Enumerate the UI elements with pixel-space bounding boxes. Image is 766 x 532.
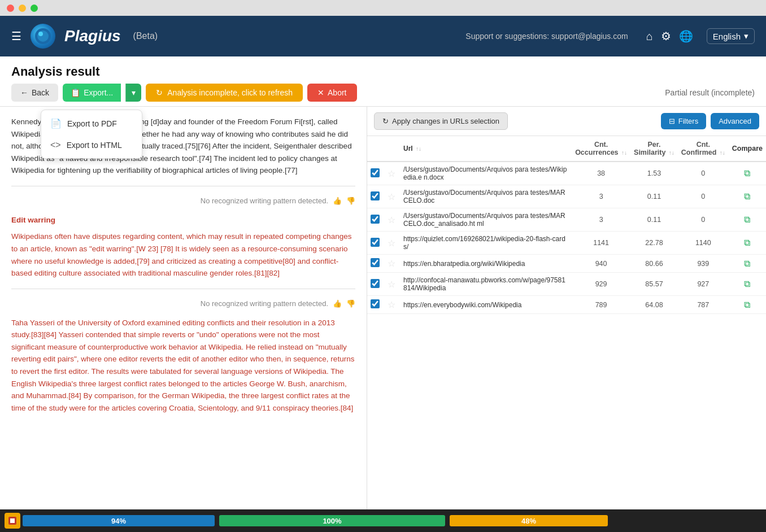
compare-icon[interactable]: ⧉ (744, 259, 750, 268)
row-cnt-occ: 3 (572, 185, 630, 208)
compare-icon[interactable]: ⧉ (744, 300, 750, 309)
row-compare-cell: ⧉ (729, 273, 766, 296)
sort-conf-icon[interactable]: ↑↓ (720, 150, 725, 156)
th-cnt-conf[interactable]: Cnt.Confirmed ↑↓ (678, 136, 729, 162)
thumbs-down-icon-2[interactable]: 👎 (346, 298, 355, 310)
results-tbody: ☆ /Users/gustavo/Documents/Arquivos para… (367, 162, 766, 314)
logo-text: Plagius (64, 27, 121, 45)
compare-icon[interactable]: ⧉ (744, 238, 750, 247)
logo-icon (31, 24, 55, 49)
home-icon[interactable]: ⌂ (646, 30, 653, 43)
abort-button[interactable]: ✕ Abort (307, 84, 356, 102)
hamburger-icon[interactable]: ☰ (11, 29, 21, 43)
table-row: ☆ /Users/gustavo/Documents/Arquivos para… (367, 208, 766, 232)
export-dropdown: 📄 Export to PDF <> Export to HTML (41, 110, 142, 159)
per-sim-label: Per.Similarity (634, 141, 665, 156)
row-per-sim: 64.08 (630, 296, 678, 314)
filters-button[interactable]: ⊟ Filters (661, 113, 706, 129)
export-dropdown-button[interactable]: ▾ (125, 84, 141, 102)
row-per-sim: 85.57 (630, 273, 678, 296)
row-cnt-occ: 1141 (572, 232, 630, 255)
logo-beta: (Beta) (133, 31, 158, 41)
row-per-sim: 0.11 (630, 208, 678, 232)
star-icon[interactable]: ☆ (388, 300, 395, 309)
separator-1 (11, 186, 355, 186)
svg-point-1 (38, 32, 43, 36)
row-checkbox[interactable] (371, 168, 380, 177)
table-header-row: Url ↑↓ Cnt.Occurrences ↑↓ Per.Similarity… (367, 136, 766, 162)
row-check-cell (367, 208, 384, 232)
th-check (367, 136, 384, 162)
star-icon[interactable]: ☆ (388, 259, 395, 268)
row-star-cell: ☆ (384, 255, 400, 273)
header-icons: ⌂ ⚙ 🌐 (646, 29, 693, 43)
row-checkbox[interactable] (371, 279, 380, 288)
compare-icon[interactable]: ⧉ (744, 191, 750, 201)
refresh-label: Analysis incomplete, click to refresh (167, 88, 293, 97)
row-checkbox[interactable] (371, 238, 380, 247)
row-url: /Users/gustavo/Documents/Arquivos para t… (400, 162, 572, 185)
th-cnt-occ[interactable]: Cnt.Occurrences ↑↓ (572, 136, 630, 162)
language-label: English (713, 32, 741, 41)
table-row: ☆ http://confocal-manawatu.pbworks.com/w… (367, 273, 766, 296)
export-icon: 📋 (71, 88, 80, 97)
export-pdf-item[interactable]: 📄 Export to PDF (41, 112, 142, 134)
row-per-sim: 1.53 (630, 162, 678, 185)
progress-1-label: 94% (111, 517, 126, 525)
separator-2 (11, 289, 355, 289)
star-icon[interactable]: ☆ (388, 280, 395, 289)
table-row: ☆ https://en.everybodywiki.com/Wikipedia… (367, 296, 766, 314)
row-check-cell (367, 162, 384, 185)
export-html-item[interactable]: <> Export to HTML (41, 134, 142, 156)
progress-bar-1: 94% (23, 515, 215, 526)
back-button[interactable]: ← Back (11, 84, 58, 102)
row-checkbox[interactable] (371, 191, 380, 200)
export-button[interactable]: 📋 Export... (63, 84, 121, 102)
thumbs-up-icon-1[interactable]: 👍 (333, 195, 342, 207)
row-cnt-conf: 0 (678, 208, 729, 232)
close-button[interactable] (7, 5, 14, 12)
thumbs-up-icon-2[interactable]: 👍 (333, 298, 342, 310)
compare-icon[interactable]: ⧉ (744, 168, 750, 178)
settings-icon[interactable]: ⚙ (661, 29, 671, 43)
star-icon[interactable]: ☆ (388, 238, 395, 248)
compare-icon[interactable]: ⧉ (744, 215, 750, 224)
results-table: Url ↑↓ Cnt.Occurrences ↑↓ Per.Similarity… (367, 136, 766, 314)
row-checkbox[interactable] (371, 258, 380, 267)
row-star-cell: ☆ (384, 162, 400, 185)
sort-occ-icon[interactable]: ↑↓ (621, 150, 627, 156)
star-icon[interactable]: ☆ (388, 192, 395, 202)
progress-bar-2: 100% (219, 515, 445, 526)
th-star (384, 136, 400, 162)
apply-label: Apply changes in URLs selection (392, 117, 499, 125)
th-url[interactable]: Url ↑↓ (400, 136, 572, 162)
th-per-sim[interactable]: Per.Similarity ↑↓ (630, 136, 678, 162)
star-icon[interactable]: ☆ (388, 169, 395, 178)
globe-icon[interactable]: 🌐 (679, 29, 693, 43)
sort-sim-icon[interactable]: ↑↓ (669, 150, 674, 156)
star-icon[interactable]: ☆ (388, 215, 395, 225)
compare-icon[interactable]: ⧉ (744, 279, 750, 289)
thumbs-down-icon-1[interactable]: 👎 (346, 195, 355, 207)
row-checkbox[interactable] (371, 215, 380, 224)
row-compare-cell: ⧉ (729, 232, 766, 255)
row-compare-cell: ⧉ (729, 255, 766, 273)
table-row: ☆ /Users/gustavo/Documents/Arquivos para… (367, 185, 766, 208)
pattern-text-1: No recognized writing pattern detected. (201, 195, 328, 207)
minimize-button[interactable] (19, 5, 26, 12)
row-check-cell (367, 232, 384, 255)
results-toolbar: ↻ Apply changes in URLs selection ⊟ Filt… (367, 107, 766, 136)
refresh-button[interactable]: ↻ Analysis incomplete, click to refresh (146, 84, 303, 102)
apply-button[interactable]: ↻ Apply changes in URLs selection (374, 112, 508, 130)
row-per-sim: 0.11 (630, 185, 678, 208)
export-label: Export... (84, 88, 113, 97)
row-check-cell (367, 273, 384, 296)
row-compare-cell: ⧉ (729, 208, 766, 232)
advanced-button[interactable]: Advanced (711, 113, 759, 129)
maximize-button[interactable] (31, 5, 38, 12)
pattern-text-2: No recognized writing pattern detected. (201, 298, 328, 310)
results-panel: ↻ Apply changes in URLs selection ⊟ Filt… (367, 107, 766, 509)
language-selector[interactable]: English ▾ (707, 28, 755, 44)
row-checkbox[interactable] (371, 299, 380, 308)
sort-url-icon[interactable]: ↑↓ (416, 146, 421, 152)
